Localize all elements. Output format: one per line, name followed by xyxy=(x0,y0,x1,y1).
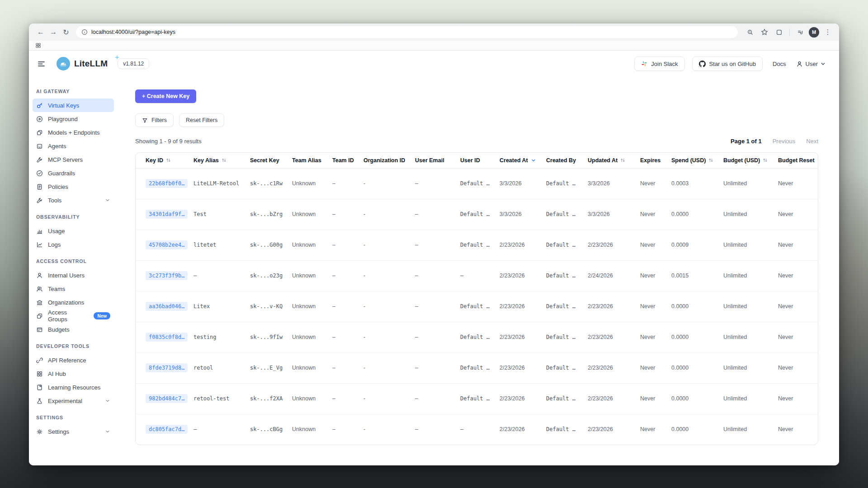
cell-updated_at: 2/23/2026 xyxy=(588,383,640,414)
sidebar-item-label: Guardrails xyxy=(48,170,75,177)
cell-key_id: 45708b2ee4… xyxy=(136,230,193,260)
sidebar-item-teams[interactable]: Teams xyxy=(33,282,114,296)
site-info-icon[interactable] xyxy=(81,29,88,35)
key-id-link[interactable]: 8fde3719d8… xyxy=(146,363,188,372)
key-id-link[interactable]: 34301daf9f… xyxy=(146,210,188,219)
user-menu[interactable]: User xyxy=(796,61,826,67)
docs-link[interactable]: Docs xyxy=(773,61,786,67)
cell-expires: Never xyxy=(640,383,671,414)
cell-key_id: dc805fac7d… xyxy=(136,414,193,445)
cell-created_by: Default … xyxy=(546,383,588,414)
toolbar-divider xyxy=(789,28,790,36)
column-header-key_id[interactable]: Key ID xyxy=(136,153,193,168)
star-github-button[interactable]: Star us on GitHub xyxy=(692,56,763,71)
reading-list-icon[interactable] xyxy=(794,26,806,38)
sidebar-item-budgets[interactable]: Budgets xyxy=(33,323,114,336)
cell-organization_id: - xyxy=(363,199,415,230)
sidebar-item-models-endpoints[interactable]: Models + Endpoints xyxy=(33,126,114,139)
key-id-link[interactable]: 45708b2ee4… xyxy=(146,240,188,249)
column-header-key_alias[interactable]: Key Alias xyxy=(193,153,250,168)
sidebar-item-guardrails[interactable]: Guardrails xyxy=(33,166,114,180)
reload-icon[interactable]: ↻ xyxy=(60,26,72,38)
apps-grid-icon[interactable] xyxy=(35,42,41,48)
sidebar-item-settings[interactable]: Settings xyxy=(33,425,114,438)
next-page-button[interactable]: Next xyxy=(806,138,818,145)
sidebar-item-logs[interactable]: Logs xyxy=(33,238,114,251)
key-id-link[interactable]: 982bd484c7… xyxy=(146,394,188,403)
sidebar-item-access-groups[interactable]: Access GroupsNew xyxy=(33,309,114,323)
zoom-icon[interactable] xyxy=(744,26,756,38)
cell-budget: Unlimited xyxy=(723,260,778,291)
column-header-updated_at[interactable]: Updated At xyxy=(588,153,640,168)
chevron-down-icon xyxy=(821,61,826,66)
cell-budget: Unlimited xyxy=(723,230,778,260)
cell-updated_at: 3/3/2026 xyxy=(588,168,640,199)
table-row[interactable]: 22b68fb0f0…LiteLLM-Retoolsk-...c1RwUnkno… xyxy=(136,168,818,199)
table-row[interactable]: dc805fac7d…–sk-...cBGgUnknown–-––2/23/20… xyxy=(136,414,818,445)
table-row[interactable]: aa36bad046…Litexsk-...v-KQUnknown–-–Defa… xyxy=(136,291,818,322)
cell-budget_reset: Never xyxy=(778,168,818,199)
table-row[interactable]: 982bd484c7…retool-testsk-...f2XAUnknown–… xyxy=(136,383,818,414)
cell-budget: Unlimited xyxy=(723,199,778,230)
column-header-organization_id: Organization ID xyxy=(363,153,415,168)
sidebar-section-label: AI GATEWAY xyxy=(36,89,118,94)
cell-budget_reset: Never xyxy=(778,230,818,260)
address-bar[interactable]: localhost:4000/ui/?page=api-keys xyxy=(76,26,738,38)
back-icon[interactable]: ← xyxy=(34,26,47,38)
previous-page-button[interactable]: Previous xyxy=(773,138,796,145)
sidebar-collapse-icon[interactable] xyxy=(37,60,46,68)
profile-avatar[interactable]: M xyxy=(809,27,819,38)
wrench-icon xyxy=(36,197,43,204)
sidebar-item-virtual-keys[interactable]: Virtual Keys xyxy=(33,99,114,112)
bookmark-star-icon[interactable] xyxy=(759,26,770,38)
key-id-link[interactable]: dc805fac7d… xyxy=(146,425,188,434)
sidebar-item-api-reference[interactable]: API Reference xyxy=(33,353,114,367)
table-row[interactable]: 3c273f3f9b…–sk-...o23gUnknown–-––2/23/20… xyxy=(136,260,818,291)
sidebar-item-policies[interactable]: Policies xyxy=(33,180,114,193)
cell-team_id: – xyxy=(332,414,363,445)
sidebar-item-mcp-servers[interactable]: MCP Servers xyxy=(33,153,114,166)
sidebar-item-agents[interactable]: Agents xyxy=(33,139,114,153)
cell-created_by: Default … xyxy=(546,260,588,291)
cell-created_by: Default … xyxy=(546,414,588,445)
cell-key_alias: retool-test xyxy=(193,383,250,414)
key-id-link[interactable]: 22b68fb0f0… xyxy=(146,179,188,188)
cell-expires: Never xyxy=(640,352,671,383)
key-id-link[interactable]: f0835c0f8d… xyxy=(146,333,188,342)
extensions-icon[interactable] xyxy=(773,26,785,38)
sidebar-item-experimental[interactable]: Experimental xyxy=(33,394,114,408)
sidebar-item-internal-users[interactable]: Internal Users xyxy=(33,268,114,282)
sidebar-item-usage[interactable]: Usage xyxy=(33,224,114,238)
sidebar-section-label: ACCESS CONTROL xyxy=(36,258,118,264)
cell-user_email: – xyxy=(415,322,460,352)
sidebar-item-playground[interactable]: Playground xyxy=(33,112,114,126)
table-row[interactable]: 8fde3719d8…retoolsk-...E_VgUnknown–-–Def… xyxy=(136,352,818,383)
litellm-app: LiteLLM v1.81.12 Join Slack xyxy=(29,51,839,465)
cell-user_id: Default … xyxy=(460,291,500,322)
join-slack-button[interactable]: Join Slack xyxy=(634,56,684,71)
key-id-link[interactable]: aa36bad046… xyxy=(146,302,188,311)
sidebar-item-learning-resources[interactable]: Learning Resources xyxy=(33,380,114,394)
reset-filters-button[interactable]: Reset Filters xyxy=(179,113,224,127)
filters-button[interactable]: Filters xyxy=(135,113,174,127)
sidebar-item-ai-hub[interactable]: AI Hub xyxy=(33,367,114,380)
column-header-spend[interactable]: Spend (USD) xyxy=(671,153,723,168)
table-row[interactable]: 34301daf9f…Testsk-...bZrgUnknown–-–Defau… xyxy=(136,199,818,230)
sidebar-item-organizations[interactable]: Organizations xyxy=(33,296,114,309)
column-header-budget[interactable]: Budget (USD) xyxy=(723,153,778,168)
table-row[interactable]: f0835c0f8d…testingsk-...9fIwUnknown–-–De… xyxy=(136,322,818,352)
cell-created_at: 2/23/2026 xyxy=(500,322,546,352)
create-new-key-button[interactable]: + Create New Key xyxy=(135,89,196,103)
forward-icon[interactable]: → xyxy=(47,26,60,38)
browser-menu-icon[interactable]: ⋮ xyxy=(822,26,834,38)
column-header-team_id: Team ID xyxy=(332,153,363,168)
table-row[interactable]: 45708b2ee4…litetetsk-...G00gUnknown–-–De… xyxy=(136,230,818,260)
cell-user_id: Default … xyxy=(460,352,500,383)
url-text[interactable]: localhost:4000/ui/?page=api-keys xyxy=(91,29,175,35)
user-icon xyxy=(36,272,43,279)
key-id-link[interactable]: 3c273f3f9b… xyxy=(146,271,188,280)
cell-expires: Never xyxy=(640,322,671,352)
cell-secret_key: sk-...bZrg xyxy=(250,199,292,230)
column-header-created_at[interactable]: Created At xyxy=(500,153,546,168)
sidebar-item-tools[interactable]: Tools xyxy=(33,193,114,207)
